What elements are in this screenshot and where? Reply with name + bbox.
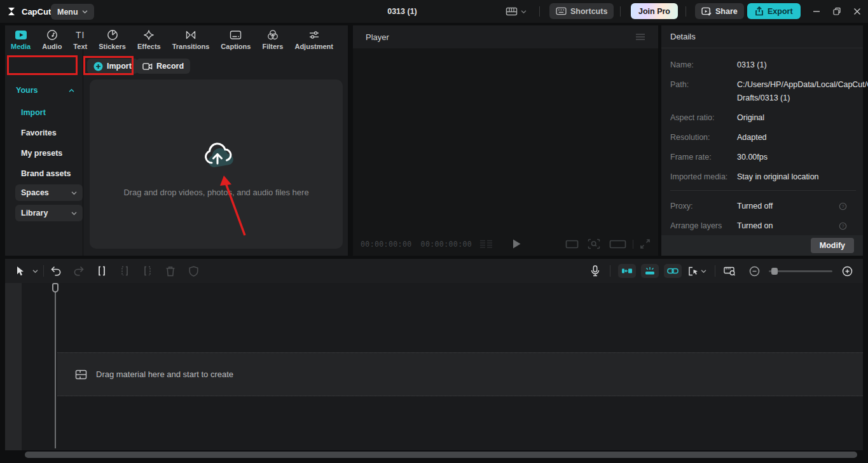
mask-button[interactable] (184, 261, 203, 280)
player-controls-divider (633, 240, 633, 249)
playhead-handle[interactable] (52, 283, 59, 293)
annotation-box-yours (7, 55, 78, 75)
sidebar-item-brand-assets[interactable]: Brand assets (21, 169, 71, 178)
tab-text[interactable]: TI Text (67, 29, 93, 50)
zoom-slider-handle[interactable] (771, 268, 778, 275)
zoom-in-button[interactable] (837, 261, 857, 280)
tab-label: Stickers (99, 43, 126, 50)
details-divider (670, 190, 856, 191)
fit-zoom-icon[interactable] (588, 238, 600, 249)
trash-icon (165, 266, 176, 277)
details-rows: Name: 0313 (1) Path: C:/Users/HP/AppData… (670, 59, 856, 239)
record-button[interactable]: Record (136, 59, 190, 74)
link-toggle[interactable] (664, 264, 682, 278)
player-menu-icon[interactable] (635, 33, 645, 41)
tab-filters[interactable]: Filters (256, 29, 289, 50)
adjustment-icon (308, 30, 320, 40)
split-button[interactable] (92, 261, 111, 280)
shortcuts-button[interactable]: Shortcuts (549, 3, 614, 19)
track-cursor-icon (688, 266, 699, 276)
transitions-icon (185, 30, 196, 40)
effects-icon (143, 29, 155, 41)
titlebar: CapCut Menu 0313 (1) Shortcuts Join Pro … (0, 0, 868, 23)
export-icon (755, 6, 764, 16)
ratio-icon[interactable] (565, 240, 579, 249)
stickers-icon (107, 29, 118, 41)
media-icon (15, 29, 27, 41)
chevron-up-icon (69, 88, 74, 93)
annotation-box-import (83, 56, 134, 75)
tab-transitions[interactable]: Transitions (167, 29, 216, 50)
cloud-upload-icon (202, 141, 235, 170)
minimize-button[interactable] (807, 3, 826, 20)
timeline-area[interactable]: Drag material here and start to create (5, 283, 863, 450)
delete-right-button[interactable] (138, 261, 157, 280)
preview-axis-button[interactable] (720, 261, 740, 280)
sidebar-item-spaces[interactable]: Spaces (15, 184, 83, 201)
sidebar-item-my-presets[interactable]: My presets (21, 149, 62, 158)
close-button[interactable] (848, 3, 867, 20)
record-label: Record (156, 62, 184, 71)
snap-toggle[interactable] (641, 264, 659, 278)
select-tool-button[interactable] (10, 261, 29, 280)
sidebar-item-library[interactable]: Library (15, 205, 83, 221)
delete-button[interactable] (161, 261, 180, 280)
share-button[interactable]: Share (695, 3, 744, 19)
detail-row-path: Path: C:/Users/HP/AppData/Local/CapCut/C… (670, 78, 856, 105)
detail-row-aspect-ratio: Aspect ratio: Original (670, 111, 856, 125)
timeline-horizontal-scrollbar[interactable] (25, 452, 857, 458)
detail-value: C:/Users/HP/AppData/Local/CapCut/CapCut … (737, 78, 862, 105)
detail-label: Frame rate: (670, 151, 737, 164)
fullscreen-icon[interactable] (640, 238, 651, 249)
sidebar-item-import[interactable]: Import (21, 108, 46, 117)
tab-captions[interactable]: Captions (215, 29, 256, 50)
play-icon[interactable] (512, 238, 521, 249)
sidebar-item-favorites[interactable]: Favorites (21, 128, 57, 137)
layout-icon (506, 6, 518, 17)
voiceover-button[interactable] (586, 261, 605, 280)
tab-audio[interactable]: Audio (36, 29, 67, 50)
tab-stickers[interactable]: Stickers (93, 29, 132, 50)
sidebar-group-yours[interactable]: Yours (16, 86, 74, 95)
resolution-icon[interactable] (609, 240, 626, 249)
tab-media[interactable]: Media (5, 29, 36, 50)
toolbar-divider (43, 265, 44, 277)
undo-icon (50, 266, 62, 276)
player-panel: Player 00:00:00:00 00:00:00:00 (353, 25, 658, 256)
app-logo: CapCut (8, 0, 51, 23)
undo-button[interactable] (46, 261, 65, 280)
info-icon[interactable]: ? (839, 222, 847, 230)
zoom-out-button[interactable] (745, 261, 764, 280)
delete-left-button[interactable] (115, 261, 134, 280)
redo-icon (73, 266, 85, 276)
annotation-arrow (215, 170, 253, 240)
redo-button[interactable] (69, 261, 88, 280)
tab-effects[interactable]: Effects (132, 29, 167, 50)
detail-value: 30.00fps (737, 151, 856, 164)
join-pro-button[interactable]: Join Pro (631, 3, 678, 19)
empty-track-row[interactable]: Drag material here and start to create (57, 352, 863, 396)
sidebar-divider (83, 49, 83, 256)
menu-button[interactable]: Menu (51, 4, 94, 20)
keyboard-icon (556, 7, 567, 15)
menu-label: Menu (57, 8, 78, 17)
info-icon[interactable]: ? (839, 202, 847, 211)
playhead-line[interactable] (55, 283, 56, 448)
chevron-down-icon (71, 191, 77, 195)
project-title: 0313 (1) (362, 0, 442, 23)
detail-value: Turned off (737, 200, 839, 213)
tab-adjustment[interactable]: Adjustment (289, 29, 339, 50)
maximize-button[interactable] (827, 3, 846, 20)
timecode-current: 00:00:00:00 (361, 240, 412, 249)
export-button[interactable]: Export (747, 3, 801, 19)
layout-switcher[interactable] (506, 0, 527, 23)
select-tool-dropdown[interactable] (29, 261, 41, 280)
asset-tabs: Media Audio TI Text Stickers Effects Tra… (5, 25, 348, 52)
shield-icon (189, 266, 198, 277)
detail-label: Resolution: (670, 131, 737, 144)
timeline-zoom-slider[interactable] (769, 270, 832, 272)
svg-text:?: ? (841, 204, 844, 209)
modify-button[interactable]: Modify (811, 238, 854, 253)
track-mode-dropdown[interactable] (684, 261, 710, 280)
auto-ripple-toggle[interactable] (618, 264, 636, 278)
